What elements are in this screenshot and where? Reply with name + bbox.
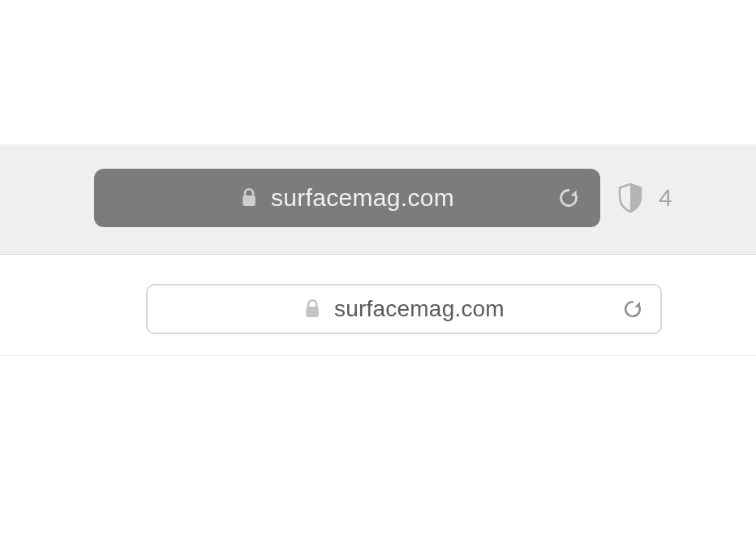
reload-icon — [556, 186, 581, 210]
address-bar-light[interactable]: surfacemag.com — [146, 284, 662, 334]
privacy-tracker-count: 4 — [659, 184, 672, 212]
url-text: surfacemag.com — [271, 184, 454, 212]
svg-rect-0 — [243, 195, 256, 206]
screenshot-canvas: surfacemag.com 4 surfa — [0, 0, 756, 537]
address-content: surfacemag.com — [240, 184, 454, 212]
reload-icon — [621, 298, 644, 320]
address-content-light: surfacemag.com — [303, 296, 505, 322]
address-bar-dark[interactable]: surfacemag.com — [94, 169, 600, 227]
reload-button[interactable] — [556, 186, 581, 210]
lock-icon — [240, 187, 258, 208]
reload-button-light[interactable] — [621, 298, 644, 320]
shield-icon — [616, 182, 644, 214]
svg-rect-1 — [306, 307, 319, 317]
url-text-light: surfacemag.com — [334, 296, 505, 322]
privacy-report[interactable]: 4 — [616, 169, 672, 227]
lock-icon — [303, 299, 321, 320]
separator-line — [0, 355, 756, 356]
